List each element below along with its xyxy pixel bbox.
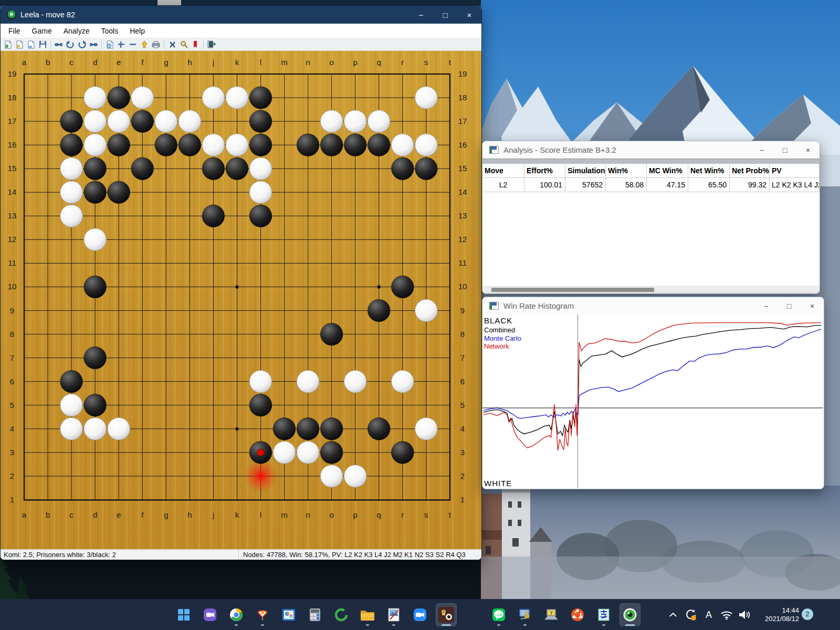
table-row[interactable]: L2100.015765258.0847.1565.5099.32L2 K2 K…: [482, 178, 820, 192]
taskbar-start-icon[interactable]: [173, 603, 194, 626]
legend-combined: Combined: [484, 326, 515, 334]
resize-grip[interactable]: ⋰: [474, 550, 481, 560]
svg-text:j: j: [212, 510, 214, 519]
svg-text:4: 4: [10, 424, 14, 433]
bookmark-icon[interactable]: [190, 39, 201, 49]
maximize-button[interactable]: □: [433, 6, 457, 24]
menu-item-game[interactable]: Game: [26, 25, 58, 37]
taskbar-presentation-icon[interactable]: [278, 603, 299, 626]
svg-text:b: b: [46, 58, 50, 67]
close-button[interactable]: ×: [457, 6, 481, 24]
svg-text:T: T: [550, 610, 553, 615]
tray-wifi-icon[interactable]: [719, 607, 734, 622]
undo-icon[interactable]: [65, 39, 76, 49]
taskbar-media-ring-icon[interactable]: [331, 603, 352, 626]
new-board-icon[interactable]: [3, 39, 13, 49]
tray-ime-a-icon[interactable]: A: [701, 607, 716, 622]
notification-badge[interactable]: 2: [802, 608, 813, 620]
svg-text:17: 17: [458, 117, 467, 125]
svg-text:s: s: [424, 510, 428, 519]
suggested-move-marker[interactable]: [245, 460, 277, 492]
save-file-icon[interactable]: [37, 39, 48, 49]
go-board[interactable]: aabbccddeeffgghhjjkkllmmnnooppqqrrsstt19…: [1, 51, 481, 549]
svg-text:r: r: [401, 58, 404, 67]
column-header-move: Move: [482, 164, 524, 177]
taskbar-shogi-app-icon[interactable]: [436, 603, 457, 626]
minimize-button[interactable]: −: [754, 297, 778, 314]
exit-app-icon[interactable]: [206, 39, 217, 49]
scrollbar-thumb[interactable]: [491, 288, 654, 292]
close-button[interactable]: ×: [801, 297, 824, 314]
svg-text:18: 18: [8, 93, 17, 102]
svg-text:5: 5: [460, 401, 465, 410]
leela-title-bar[interactable]: Leela - move 82 − □ ×: [1, 6, 481, 24]
menu-item-tools[interactable]: Tools: [96, 25, 124, 37]
move-back-icon[interactable]: [54, 39, 64, 49]
taskbar-leela-icon[interactable]: [620, 603, 640, 626]
import-file-icon[interactable]: [26, 39, 36, 49]
maximize-button[interactable]: □: [773, 141, 796, 159]
taskbar-terminal-icon[interactable]: T: [541, 603, 562, 626]
taskbar-video-chat-icon[interactable]: [200, 603, 220, 626]
minimize-button[interactable]: −: [409, 6, 433, 24]
delete-move-icon[interactable]: [167, 39, 177, 49]
svg-text:p: p: [353, 510, 358, 519]
taskbar-zoom-icon[interactable]: [410, 603, 430, 626]
taskbar-chrome-icon[interactable]: [226, 603, 247, 626]
winrate-chart[interactable]: BLACK Combined Monte Carlo Network WHITE: [482, 314, 824, 489]
taskbar-clock[interactable]: 14:44 2021/08/12: [752, 606, 799, 623]
running-indicator: [392, 624, 395, 626]
svg-text:c: c: [69, 510, 74, 519]
taskbar-fan-game-icon[interactable]: [252, 603, 273, 626]
taskbar-file-explorer-icon[interactable]: [357, 603, 378, 626]
tray-chevron-up-icon[interactable]: [666, 607, 680, 622]
zoom-out-icon[interactable]: [128, 39, 138, 49]
svg-text:13: 13: [8, 211, 17, 220]
svg-text:h: h: [187, 510, 192, 519]
taskbar-text-editor-icon[interactable]: [593, 603, 614, 626]
tray-sync-icon[interactable]: [684, 607, 698, 622]
redo-icon[interactable]: [77, 39, 87, 49]
taskbar-calculator-icon[interactable]: [304, 603, 326, 626]
svg-text:2: 2: [10, 471, 14, 480]
move-forward-icon[interactable]: [88, 39, 99, 49]
zoom-in-icon[interactable]: [116, 39, 127, 49]
leela-window: Leela - move 82 − □ × FileGameAnalyzeToo…: [0, 5, 482, 560]
column-header-pv: PV: [770, 164, 820, 177]
taskbar-photo-editor-icon[interactable]: [383, 603, 404, 626]
black-stones[interactable]: [60, 87, 437, 464]
tray-volume-icon[interactable]: [737, 607, 752, 622]
analysis-title-bar[interactable]: Analysis - Score Estimate B+3.2 − □ ×: [482, 141, 820, 159]
svg-text:8: 8: [460, 330, 465, 339]
last-move-marker: [257, 449, 264, 456]
print-board-icon[interactable]: [151, 39, 161, 49]
svg-text:a: a: [22, 58, 27, 67]
svg-text:3: 3: [10, 448, 14, 457]
horizontal-scrollbar[interactable]: [482, 286, 820, 293]
winrate-title-bar[interactable]: Win Rate Histogram − □ ×: [482, 297, 824, 314]
pass-move-icon[interactable]: [139, 39, 150, 49]
svg-text:b: b: [46, 510, 50, 519]
column-header-mc-win-: MC Win%: [647, 164, 688, 177]
running-indicator: [235, 624, 238, 626]
menu-item-file[interactable]: File: [3, 25, 26, 37]
taskbar-line-icon[interactable]: LINE: [488, 603, 509, 626]
svg-text:q: q: [377, 510, 381, 519]
svg-text:6: 6: [460, 377, 465, 386]
open-file-icon[interactable]: [14, 39, 25, 49]
menu-item-help[interactable]: Help: [124, 25, 151, 37]
menu-item-analyze[interactable]: Analyze: [58, 25, 96, 37]
taskbar-ubuntu-icon[interactable]: [567, 603, 588, 626]
taskbar-remote-desktop-icon[interactable]: [514, 603, 536, 626]
score-estimate-icon[interactable]: [104, 39, 115, 49]
svg-text:11: 11: [8, 258, 16, 267]
close-button[interactable]: ×: [796, 141, 820, 159]
column-header-net-win-: Net Win%: [688, 164, 730, 177]
find-move-icon[interactable]: [178, 39, 189, 49]
status-komi-prisoners: Komi: 2.5; Prisoners white: 3/black: 2: [1, 550, 239, 560]
maximize-button[interactable]: □: [778, 297, 801, 314]
svg-text:LINE: LINE: [495, 613, 502, 616]
minimize-button[interactable]: −: [750, 141, 773, 159]
cell-pv: L2 K2 K3 L4 J2: [770, 178, 820, 192]
svg-text:4: 4: [460, 424, 465, 433]
